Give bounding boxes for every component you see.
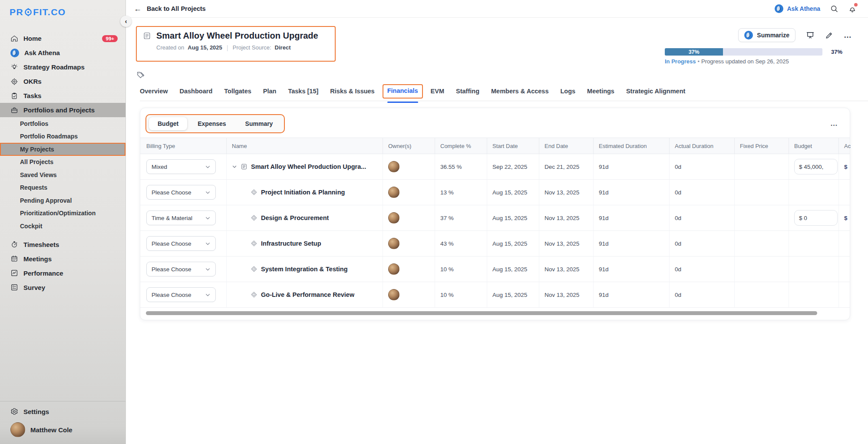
document-icon bbox=[241, 163, 248, 170]
tab-overview[interactable]: Overview bbox=[140, 83, 168, 100]
billing-type-select[interactable]: Please Choose bbox=[146, 287, 216, 302]
ask-athena-button[interactable]: Ask Athena bbox=[775, 4, 820, 13]
billing-type-cell: Time & Material bbox=[140, 205, 226, 230]
sidebar-item-saved-views[interactable]: Saved Views bbox=[0, 168, 125, 181]
sidebar-item-tasks[interactable]: Tasks bbox=[0, 89, 125, 103]
column-header: Fixed Price bbox=[734, 138, 789, 154]
sidebar-item-label: Settings bbox=[23, 408, 49, 415]
actual-duration-cell: 0d bbox=[669, 231, 734, 256]
sidebar-item-meetings[interactable]: Meetings bbox=[0, 252, 125, 266]
present-button[interactable] bbox=[806, 31, 815, 39]
sidebar-item-pending-approval[interactable]: Pending Approval bbox=[0, 194, 125, 207]
progress-percent-label: 37% bbox=[831, 49, 842, 55]
actual-duration-cell: 0d bbox=[669, 180, 734, 205]
sidebar-item-portfolios-and-projects[interactable]: Portfolios and Projects bbox=[0, 103, 125, 117]
owner-avatar[interactable] bbox=[388, 187, 399, 198]
athena-avatar-icon bbox=[744, 31, 753, 39]
sidebar-item-strategy-roadmaps[interactable]: Strategy Roadmaps bbox=[0, 60, 125, 74]
billing-type-select[interactable]: Please Choose bbox=[146, 236, 216, 251]
tags-button[interactable] bbox=[136, 71, 145, 82]
brand-logo-text-left: PR bbox=[10, 7, 23, 17]
task-name[interactable]: Project Initiation & Planning bbox=[232, 189, 345, 196]
task-name[interactable]: Design & Procurement bbox=[232, 214, 329, 221]
owner-cell bbox=[383, 231, 435, 256]
status-badge[interactable]: In Progress bbox=[665, 58, 696, 65]
sidebar-item-label: My Projects bbox=[20, 146, 54, 153]
horizontal-scrollbar[interactable] bbox=[146, 311, 817, 315]
sidebar-item-timesheets[interactable]: Timesheets bbox=[0, 237, 125, 252]
edit-button[interactable] bbox=[825, 31, 833, 39]
notifications-button[interactable] bbox=[848, 4, 857, 13]
sidebar-item-requests[interactable]: Requests bbox=[0, 181, 125, 194]
task-name-label: Go-Live & Performance Review bbox=[261, 291, 354, 298]
sidebar-collapse-button[interactable]: ‹ bbox=[120, 16, 132, 27]
task-name[interactable]: Smart Alloy Wheel Production Upgra... bbox=[232, 163, 366, 170]
sidebar-item-cockpit[interactable]: Cockpit bbox=[0, 220, 125, 233]
tab-tasks[interactable]: Tasks [15] bbox=[288, 83, 318, 100]
sidebar-item-prioritization-optimization[interactable]: Prioritization/Optimization bbox=[0, 207, 125, 220]
user-avatar bbox=[10, 422, 25, 437]
tab-evm[interactable]: EVM bbox=[431, 83, 444, 100]
task-name[interactable]: Infrastructure Setup bbox=[232, 240, 321, 247]
sidebar-item-okrs[interactable]: OKRs bbox=[0, 74, 125, 89]
logo-target-icon bbox=[24, 8, 33, 16]
task-name[interactable]: Go-Live & Performance Review bbox=[232, 291, 354, 298]
project-meta: Created on Aug 15, 2025 | Project Source… bbox=[156, 44, 329, 51]
billing-type-select[interactable]: Time & Material bbox=[146, 210, 216, 225]
billing-type-select[interactable]: Mixed bbox=[146, 159, 216, 174]
owner-avatar[interactable] bbox=[388, 238, 399, 249]
budget-input[interactable] bbox=[794, 159, 838, 174]
search-button[interactable] bbox=[830, 4, 838, 13]
milestone-diamond-icon bbox=[251, 291, 257, 298]
fixed-price-cell bbox=[734, 154, 789, 179]
sidebar-item-portfolios[interactable]: Portfolios bbox=[0, 117, 125, 130]
start-date-cell: Aug 15, 2025 bbox=[487, 205, 539, 230]
tab-financials[interactable]: Financials bbox=[387, 83, 418, 99]
billing-type-select[interactable]: Please Choose bbox=[146, 262, 216, 276]
sidebar-item-settings[interactable]: Settings bbox=[0, 401, 125, 418]
sidebar-item-ask-athena[interactable]: Ask Athena bbox=[0, 46, 125, 60]
sidebar-item-performance[interactable]: Performance bbox=[0, 266, 125, 280]
tab-tollgates[interactable]: Tollgates bbox=[224, 83, 251, 100]
sidebar-item-home[interactable]: Home 99+ bbox=[0, 31, 125, 46]
budget-input[interactable] bbox=[794, 210, 838, 226]
owner-avatar[interactable] bbox=[388, 161, 399, 172]
billing-type-select[interactable]: Please Choose bbox=[146, 185, 216, 200]
owner-avatar[interactable] bbox=[388, 289, 399, 300]
tab-risks-issues[interactable]: Risks & Issues bbox=[330, 83, 374, 100]
table-more-options-icon[interactable]: … bbox=[830, 119, 838, 128]
sidebar-item-label: Portfolios bbox=[20, 120, 48, 127]
sidebar-item-my-projects[interactable]: My Projects bbox=[0, 143, 125, 156]
sidebar-item-survey[interactable]: Survey bbox=[0, 280, 125, 295]
owner-avatar[interactable] bbox=[388, 212, 399, 224]
owner-avatar[interactable] bbox=[388, 263, 399, 275]
column-header: Estimated Duration bbox=[593, 138, 669, 154]
back-to-projects-link[interactable]: ← Back to All Projects bbox=[134, 4, 206, 13]
athena-avatar-icon bbox=[775, 4, 783, 13]
sidebar-item-all-projects[interactable]: All Projects bbox=[0, 156, 125, 169]
tab-staffing[interactable]: Staffing bbox=[456, 83, 479, 100]
tab-logs[interactable]: Logs bbox=[560, 83, 575, 100]
tab-meetings[interactable]: Meetings bbox=[587, 83, 614, 100]
tab-strategic-alignment[interactable]: Strategic Alignment bbox=[626, 83, 685, 100]
tab-plan[interactable]: Plan bbox=[263, 83, 277, 100]
financials-tab-annotation-box: Financials bbox=[383, 84, 423, 99]
user-profile[interactable]: Matthew Cole bbox=[0, 418, 125, 444]
billing-type-value: Mixed bbox=[152, 164, 167, 170]
pencil-icon bbox=[825, 31, 833, 39]
end-date-cell: Nov 13, 2025 bbox=[539, 205, 593, 230]
subtab-expenses[interactable]: Expenses bbox=[189, 117, 234, 130]
gear-icon bbox=[10, 408, 18, 415]
summarize-button[interactable]: Summarize bbox=[738, 28, 795, 42]
sidebar-item-portfolio-roadmaps[interactable]: Portfolio Roadmaps bbox=[0, 130, 125, 143]
sidebar-item-label: Requests bbox=[20, 184, 47, 191]
subtab-budget[interactable]: Budget bbox=[149, 117, 187, 130]
column-header: Complete % bbox=[435, 138, 487, 154]
more-options-icon[interactable]: … bbox=[844, 31, 852, 40]
complete-cell: 36.55 % bbox=[435, 154, 487, 179]
survey-list-icon bbox=[10, 283, 18, 291]
task-name[interactable]: System Integration & Testing bbox=[232, 266, 348, 273]
tab-members-access[interactable]: Members & Access bbox=[491, 83, 548, 100]
subtab-summary[interactable]: Summary bbox=[237, 117, 282, 130]
tab-dashboard[interactable]: Dashboard bbox=[180, 83, 213, 100]
